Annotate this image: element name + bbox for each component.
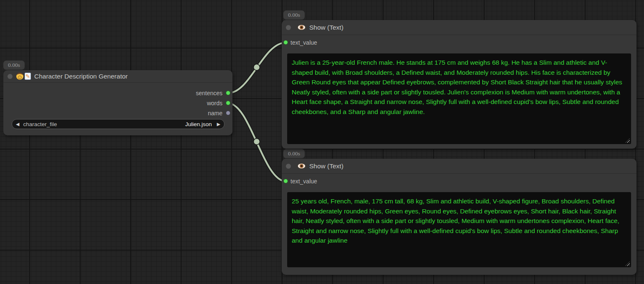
collapse-dot-icon[interactable] — [8, 74, 13, 79]
output-slot-sentences[interactable] — [226, 91, 230, 95]
collapse-dot-icon[interactable] — [286, 25, 291, 30]
output-row-name: name — [3, 108, 232, 118]
output-slot-words[interactable] — [226, 101, 230, 105]
output-label: words — [207, 100, 222, 106]
next-arrow-icon[interactable]: ▶ — [217, 122, 220, 127]
input-slot-text-value[interactable] — [283, 179, 288, 183]
collapse-dot-icon[interactable] — [286, 164, 291, 169]
widget-value[interactable]: Julien.json — [185, 121, 212, 127]
show-text-output-1[interactable]: Julien is a 25-year-old French male. He … — [287, 53, 631, 144]
node-header[interactable]: ☺ ✎ Character Description Generator — [3, 70, 232, 83]
node-show-text-2[interactable]: Show (Text) text_value 25 years old, Fre… — [282, 159, 636, 275]
show-text-output-2[interactable]: 25 years old, French, male, 175 cm tall,… — [287, 192, 631, 267]
wire-words-to-show2 — [228, 103, 286, 181]
input-label: text_value — [290, 39, 317, 46]
prev-arrow-icon[interactable]: ◀ — [16, 122, 19, 127]
widget-label: character_file — [23, 121, 57, 127]
text-display-area: 25 years old, French, male, 175 cm tall,… — [287, 192, 631, 267]
link-midpoint-dot — [254, 139, 260, 145]
character-file-combo-widget[interactable]: ◀ character_file Julien.json ▶ — [12, 119, 225, 129]
node-title: Show (Text) — [309, 24, 343, 31]
person-icon: ☺ — [16, 73, 23, 80]
input-label: text_value — [290, 178, 317, 185]
execution-time-badge: 0.00s — [283, 10, 305, 20]
output-label: sentences — [196, 90, 222, 96]
node-body: sentences words name — [3, 83, 232, 118]
memo-icon: ✎ — [25, 73, 31, 80]
execution-time-badge: 0.00s — [3, 61, 25, 70]
node-character-description-generator[interactable]: ☺ ✎ Character Description Generator sent… — [3, 70, 232, 135]
node-header[interactable]: Show (Text) — [282, 159, 636, 174]
wire-sentences-to-show1 — [228, 43, 286, 93]
input-row-text-value: text_value — [282, 174, 636, 189]
link-midpoint-dot — [254, 64, 260, 71]
output-label: name — [208, 110, 222, 117]
output-row-words: words — [3, 98, 232, 108]
input-row-text-value: text_value — [282, 35, 636, 50]
eye-icon — [298, 25, 306, 30]
node-show-text-1[interactable]: Show (Text) text_value Julien is a 25-ye… — [282, 20, 636, 149]
output-slot-name[interactable] — [226, 111, 230, 115]
node-title: Show (Text) — [309, 162, 343, 170]
node-graph-canvas[interactable]: 0.00s 0.00s 0.00s ☺ ✎ Character Descript… — [0, 0, 644, 284]
eye-icon — [298, 163, 306, 169]
text-display-area: Julien is a 25-year-old French male. He … — [287, 53, 631, 144]
node-title: Character Description Generator — [34, 73, 128, 80]
input-slot-text-value[interactable] — [283, 40, 288, 45]
execution-time-badge: 0.00s — [283, 149, 305, 158]
output-row-sentences: sentences — [3, 88, 232, 98]
node-header[interactable]: Show (Text) — [282, 20, 636, 35]
